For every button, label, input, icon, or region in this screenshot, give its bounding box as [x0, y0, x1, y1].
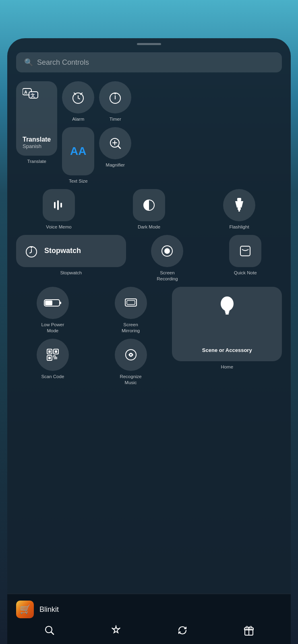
search-icon: 🔍	[24, 58, 33, 67]
mid-col-4: Screen Mirroring Recognize Music	[94, 287, 168, 386]
svg-rect-19	[45, 300, 52, 305]
svg-text:文: 文	[31, 93, 35, 98]
tab-refresh[interactable]	[177, 625, 188, 636]
stopwatch-label: Stopwatch	[44, 247, 81, 255]
textsize-magnifier-row: AA Text Size Magnifier	[62, 127, 282, 184]
svg-rect-26	[48, 357, 51, 359]
svg-rect-28	[127, 300, 135, 305]
phone-frame: 🔍 A 文 Translate	[7, 38, 291, 644]
screenrecording-label: Screen Recording	[157, 270, 178, 282]
svg-rect-20	[60, 302, 61, 304]
alarm-timer-row: Alarm Timer	[62, 81, 282, 122]
stopwatch-control[interactable]: Stopwatch Stopwatch	[16, 235, 126, 282]
magnifier-control[interactable]: Magnifier	[99, 127, 131, 184]
textsize-control[interactable]: AA Text Size	[62, 127, 94, 184]
svg-rect-32	[225, 310, 230, 312]
home-sub-label: Scene or Accessory	[202, 347, 252, 353]
timer-icon[interactable]	[99, 81, 131, 113]
voicememo-control[interactable]: Voice Memo	[16, 189, 101, 230]
textsize-aa: AA	[70, 145, 86, 158]
svg-point-16	[164, 248, 170, 254]
translate-icon: A 文	[23, 88, 39, 101]
scancode-icon[interactable]	[37, 339, 69, 371]
quicknote-icon[interactable]	[229, 235, 261, 267]
lowpower-control[interactable]: Low Power Mode	[16, 287, 89, 334]
recognizemusic-control[interactable]: Recognize Music	[94, 339, 168, 386]
drag-handle	[137, 43, 161, 45]
svg-rect-12	[238, 208, 241, 210]
screenmirror-control[interactable]: Screen Mirroring	[94, 287, 168, 334]
alarm-icon[interactable]	[62, 81, 94, 113]
screenmirror-label: Screen Mirroring	[122, 322, 140, 334]
svg-rect-24	[48, 350, 51, 353]
blinkit-row[interactable]: 🛒 Blinkit	[7, 601, 291, 625]
bottom-bar: 🛒 Blinkit	[7, 594, 291, 644]
screenmirror-icon[interactable]	[115, 287, 147, 319]
svg-rect-34	[226, 313, 229, 315]
translate-text: Translate Spanish	[23, 136, 51, 149]
stopwatch-btn[interactable]: Stopwatch	[16, 235, 126, 267]
screenrecording-icon[interactable]	[151, 235, 183, 267]
timer-control[interactable]: Timer	[99, 81, 131, 122]
svg-rect-7	[54, 202, 56, 208]
lowpower-label: Low Power Mode	[41, 322, 64, 334]
translate-tile[interactable]: A 文 Translate Spanish Translate	[16, 81, 57, 184]
textsize-btn[interactable]: AA	[62, 127, 94, 175]
svg-rect-8	[57, 200, 59, 210]
magnifier-icon[interactable]	[99, 127, 131, 159]
quicknote-control[interactable]: Quick Note	[209, 235, 282, 282]
home-control[interactable]: Scene or Accessory Home	[172, 287, 282, 386]
search-input[interactable]	[37, 58, 274, 67]
row-3: Stopwatch Stopwatch Screen Recording	[16, 235, 282, 282]
left-col-4: Low Power Mode Scan	[16, 287, 89, 386]
svg-point-30	[130, 354, 132, 356]
row-1: A 文 Translate Spanish Translate	[16, 81, 282, 184]
alarm-control[interactable]: Alarm	[62, 81, 94, 122]
right-col: Alarm Timer	[62, 81, 282, 184]
scancode-control[interactable]: Scan Code	[16, 339, 89, 380]
flashlight-control[interactable]: Flashlight	[197, 189, 282, 230]
blinkit-icon: 🛒	[16, 601, 34, 618]
darkmode-control[interactable]: Dark Mode	[106, 189, 192, 230]
svg-text:A: A	[24, 90, 27, 95]
darkmode-icon[interactable]	[133, 189, 165, 221]
screenrecording-control[interactable]: Screen Recording	[131, 235, 204, 282]
recognizemusic-icon[interactable]	[115, 339, 147, 371]
recognizemusic-label: Recognize Music	[120, 374, 141, 386]
tab-deals[interactable]	[110, 625, 122, 636]
tab-search[interactable]	[44, 625, 55, 636]
home-tile-inner[interactable]: Scene or Accessory	[172, 287, 282, 361]
row-4: Low Power Mode Scan	[16, 287, 282, 386]
row-2: Voice Memo Dark Mode	[16, 189, 282, 230]
svg-rect-13	[238, 210, 240, 212]
lowpower-icon[interactable]	[37, 287, 69, 319]
controls-grid: A 文 Translate Spanish Translate	[7, 72, 291, 385]
svg-rect-33	[225, 312, 229, 313]
svg-rect-9	[60, 203, 62, 208]
tab-bar	[7, 625, 291, 636]
app-name: Blinkit	[39, 605, 59, 614]
tab-gift[interactable]	[243, 625, 255, 636]
voicememo-icon[interactable]	[43, 189, 75, 221]
svg-rect-25	[55, 350, 57, 353]
svg-point-31	[221, 296, 234, 311]
flashlight-icon[interactable]	[223, 189, 255, 221]
svg-rect-11	[237, 198, 241, 201]
bulb-icon	[218, 295, 236, 319]
search-bar[interactable]: 🔍	[16, 52, 282, 72]
